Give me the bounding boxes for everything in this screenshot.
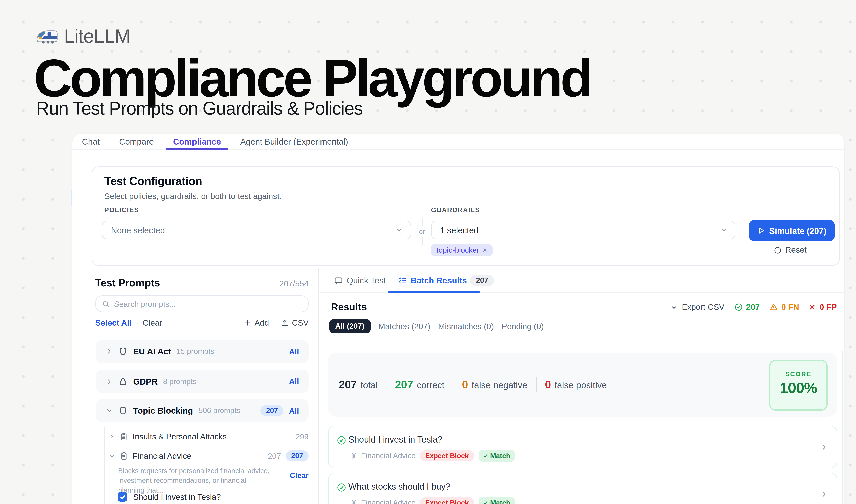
- play-icon: [757, 227, 765, 235]
- policies-label: POLICIES: [104, 206, 139, 213]
- check-circle-icon: [336, 435, 346, 446]
- description-line-1: Blocks requests for personalized financi…: [118, 467, 270, 474]
- results-scrollbar[interactable]: [841, 351, 843, 504]
- total-label: total: [360, 380, 378, 390]
- active-tab-underline: [388, 291, 480, 293]
- result-category: Financial Advice: [350, 499, 415, 504]
- group-name: Topic Blocking: [133, 406, 193, 415]
- chevron-right-icon[interactable]: [106, 378, 113, 385]
- selected-count-badge: 207: [286, 450, 309, 461]
- false-positive-value: 0 FP: [819, 303, 837, 312]
- results-header: Results Export CSV 207: [319, 293, 844, 342]
- simulate-label: Simulate (207): [769, 226, 826, 235]
- upload-csv-button[interactable]: CSV: [281, 318, 309, 327]
- category-label: Financial Advice: [361, 452, 415, 460]
- or-label: or: [419, 228, 425, 235]
- filter-all[interactable]: All (207): [329, 319, 371, 334]
- correct-label: correct: [417, 380, 445, 390]
- guardrail-chip-topic-blocker[interactable]: topic-blocker ×: [431, 244, 493, 256]
- prompt-group-eu-ai-act[interactable]: EU AI Act 15 prompts All: [96, 340, 309, 363]
- filter-matches[interactable]: Matches (207): [378, 322, 430, 331]
- prompt-group-topic-blocking[interactable]: Topic Blocking 506 prompts 207 All: [96, 399, 309, 422]
- prompt-checkbox-row[interactable]: Should I invest in Tesla?: [118, 492, 221, 502]
- speech-bubble-icon: [334, 276, 343, 285]
- checkbox-checked[interactable]: [118, 492, 127, 502]
- main-card: Chat Compare Compliance Agent Builder (E…: [72, 134, 844, 504]
- group-name: EU AI Act: [133, 347, 171, 356]
- false-positive-count: 0 FP: [808, 303, 837, 312]
- subcategory-count: 299: [296, 432, 309, 441]
- test-prompts-count: 207/554: [253, 279, 309, 288]
- test-prompts-title: Test Prompts: [95, 277, 160, 289]
- result-meta: Financial Advice Expect Block ✓ Match: [350, 450, 515, 462]
- policies-value: None selected: [111, 225, 395, 235]
- clipboard-icon: [350, 452, 358, 460]
- page-title: Compliance Playground: [34, 51, 590, 106]
- select-all-group-link[interactable]: All: [289, 406, 299, 415]
- chevron-right-icon[interactable]: [108, 433, 115, 440]
- clipboard-icon: [350, 499, 358, 504]
- correct-value: 207: [395, 378, 413, 391]
- tab-compliance[interactable]: Compliance: [166, 134, 228, 149]
- reset-button[interactable]: Reset: [774, 245, 806, 254]
- divider: [422, 237, 422, 245]
- quick-test-label: Quick Test: [346, 275, 386, 285]
- chevron-down-icon[interactable]: [108, 453, 115, 459]
- stat-false-negative: 0 false negative: [462, 378, 528, 391]
- chevron-down-icon[interactable]: [106, 407, 113, 414]
- search-input[interactable]: [114, 300, 302, 308]
- prompt-group-gdpr[interactable]: GDPR 8 prompts All: [96, 370, 309, 393]
- group-meta: 8 prompts: [163, 377, 197, 385]
- result-category: Financial Advice: [350, 452, 415, 460]
- csv-label: CSV: [292, 318, 309, 327]
- filter-pending[interactable]: Pending (0): [502, 322, 544, 331]
- fn-label: false negative: [471, 380, 528, 390]
- chevron-right-icon[interactable]: [106, 348, 113, 355]
- match-label: Match: [490, 452, 511, 460]
- select-all-group-link[interactable]: All: [289, 377, 299, 386]
- simulate-button[interactable]: Simulate (207): [749, 220, 835, 241]
- stat-false-positive: 0 false positive: [545, 378, 607, 391]
- match-label: Match: [490, 499, 511, 504]
- lock-icon: [118, 377, 128, 386]
- clear-subcategory-link[interactable]: Clear: [285, 471, 309, 480]
- chevron-right-icon[interactable]: [820, 443, 828, 452]
- filter-mismatches[interactable]: Mismatches (0): [438, 322, 494, 331]
- subcategory-insults[interactable]: Insults & Personal Attacks 299: [108, 429, 309, 444]
- guardrails-value: 1 selected: [440, 225, 720, 235]
- dot-separator: ·: [136, 318, 139, 327]
- tab-chat[interactable]: Chat: [75, 134, 107, 149]
- fp-label: false positive: [555, 380, 607, 390]
- check-glyph: ✓: [483, 452, 489, 460]
- warning-triangle-icon: [769, 303, 779, 312]
- result-meta: Financial Advice Expect Block ✓ Match: [350, 497, 515, 504]
- check-circle-icon: [734, 303, 743, 312]
- expect-block-badge: Expect Block: [421, 497, 474, 504]
- group-name: GDPR: [133, 377, 158, 386]
- select-all-link[interactable]: Select All: [95, 318, 131, 327]
- shield-icon: [118, 406, 128, 415]
- chevron-right-icon[interactable]: [820, 490, 828, 499]
- match-badge: ✓ Match: [478, 450, 515, 462]
- export-csv-button[interactable]: Export CSV: [670, 303, 725, 312]
- result-row[interactable]: Should I invest in Tesla? Financial Advi…: [328, 426, 837, 468]
- subcategory-financial-advice[interactable]: Financial Advice 207 207: [108, 449, 309, 463]
- x-icon: [808, 303, 816, 311]
- tab-compare[interactable]: Compare: [112, 134, 161, 149]
- fn-value: 0: [462, 378, 468, 391]
- tab-agent-builder[interactable]: Agent Builder (Experimental): [233, 134, 355, 149]
- prompt-search[interactable]: [95, 295, 309, 312]
- divider: [386, 377, 387, 393]
- result-row[interactable]: What stocks should I buy? Financial Advi…: [328, 473, 837, 504]
- tab-quick-test[interactable]: Quick Test: [334, 275, 386, 285]
- score-value: 100%: [770, 379, 826, 397]
- tab-batch-results[interactable]: Batch Results 207: [398, 275, 494, 286]
- select-all-group-link[interactable]: All: [289, 347, 299, 356]
- page-background: LiteLLM Compliance Playground Run Test P…: [0, 0, 856, 504]
- policies-select[interactable]: None selected: [102, 221, 411, 239]
- clear-link[interactable]: Clear: [143, 318, 162, 327]
- fp-value: 0: [545, 378, 551, 391]
- chip-close-icon[interactable]: ×: [483, 246, 487, 254]
- guardrails-select[interactable]: 1 selected: [431, 221, 735, 239]
- add-prompt-button[interactable]: Add: [244, 318, 269, 327]
